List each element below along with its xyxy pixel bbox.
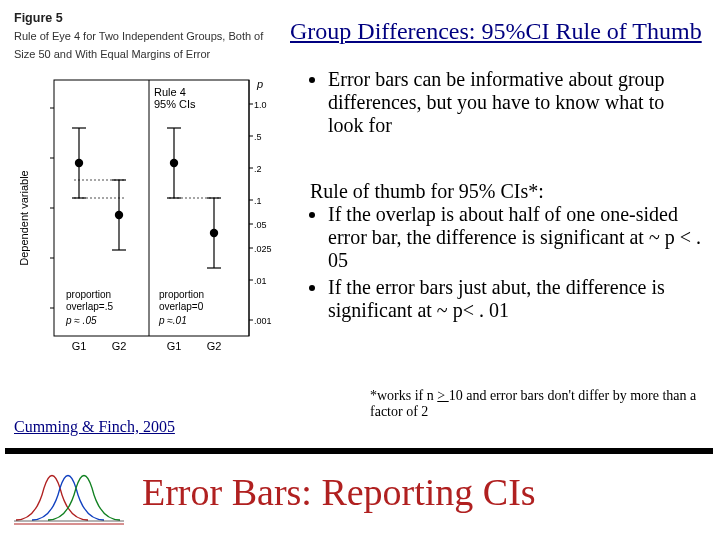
- svg-point-25: [210, 229, 218, 237]
- figure-label: Figure 5: [14, 11, 63, 25]
- ptick-2: .2: [254, 164, 262, 174]
- bullet-1: Error bars can be informative about grou…: [328, 68, 700, 137]
- p1-annot2: overlap=.5: [66, 301, 113, 312]
- p1-x1: G1: [72, 340, 87, 352]
- distribution-icon: [14, 468, 124, 530]
- panel2-g1: [167, 128, 181, 198]
- svg-point-11: [75, 159, 83, 167]
- p-axis-label: p: [256, 78, 263, 90]
- rule-2: If the error bars just abut, the differe…: [328, 276, 710, 322]
- y-axis-label: Dependent variable: [18, 170, 30, 265]
- ptick-3: .1: [254, 196, 262, 206]
- footnote: *works if n > 10 and error bars don't di…: [370, 388, 700, 420]
- p2-x1: G1: [167, 340, 182, 352]
- ptick-7: .001: [254, 316, 272, 326]
- panel2-g2: [207, 198, 221, 268]
- ptick-5: .025: [254, 244, 272, 254]
- figure-block: Figure 5 Rule of Eye 4 for Two Independe…: [14, 8, 274, 390]
- figure-plot: Dependent variable Rule 4 95% CIs: [14, 68, 272, 386]
- rule-1: If the overlap is about half of one one-…: [328, 203, 710, 272]
- plot-inner-title2: 95% CIs: [154, 98, 196, 110]
- slide-title: Group Differences: 95%CI Rule of Thumb: [290, 18, 702, 45]
- ptick-0: 1.0: [254, 100, 267, 110]
- p2-x2: G2: [207, 340, 222, 352]
- footnote-part1: *works if n: [370, 388, 437, 403]
- footnote-ge: >: [437, 388, 448, 403]
- svg-point-21: [170, 159, 178, 167]
- ptick-4: .05: [254, 220, 267, 230]
- p2-annot1: proportion: [159, 289, 204, 300]
- panel1-g1: [72, 128, 86, 198]
- p1-annot1: proportion: [66, 289, 111, 300]
- rule-heading: Rule of thumb for 95% CIs*:: [310, 180, 710, 203]
- p1-annot3: p ≈ .05: [65, 315, 97, 326]
- plot-inner-title1: Rule 4: [154, 86, 186, 98]
- figure-caption: Rule of Eye 4 for Two Independent Groups…: [14, 30, 263, 60]
- citation-link[interactable]: Cumming & Finch, 2005: [14, 418, 175, 436]
- slide: Group Differences: 95%CI Rule of Thumb F…: [0, 0, 720, 540]
- p1-x2: G2: [112, 340, 127, 352]
- ptick-6: .01: [254, 276, 267, 286]
- panel1-g2: [112, 180, 126, 250]
- ptick-1: .5: [254, 132, 262, 142]
- figure-header: Figure 5 Rule of Eye 4 for Two Independe…: [14, 8, 274, 62]
- svg-point-15: [115, 211, 123, 219]
- divider: [5, 448, 713, 454]
- rule-block: Rule of thumb for 95% CIs*: If the overl…: [310, 180, 710, 326]
- p2-annot3: p ≈.01: [158, 315, 187, 326]
- top-bullets: Error bars can be informative about grou…: [310, 68, 700, 143]
- p2-annot2: overlap=0: [159, 301, 204, 312]
- section-title: Error Bars: Reporting CIs: [142, 470, 536, 514]
